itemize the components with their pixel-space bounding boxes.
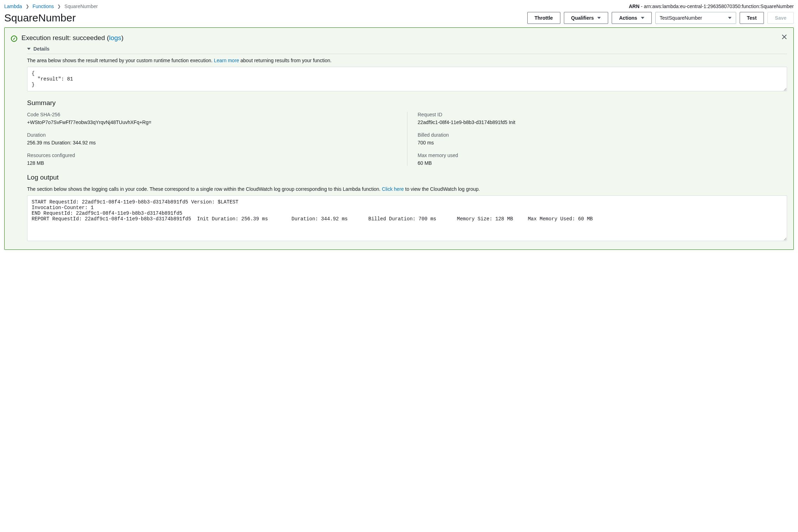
chevron-down-icon: [641, 17, 644, 19]
test-event-select[interactable]: TestSquareNumber: [655, 12, 736, 24]
actions-dropdown[interactable]: Actions: [612, 12, 651, 24]
cloudwatch-link[interactable]: Click here: [382, 186, 404, 192]
arn-value: arn:aws:lambda:eu-central-1:296358070350…: [644, 4, 794, 9]
summary-grid: Code SHA-256 +WStoP7o7SvFwFf77eobw33qYrq…: [27, 112, 787, 166]
page-title: SquareNumber: [4, 12, 76, 24]
test-event-value: TestSquareNumber: [660, 15, 702, 21]
save-button[interactable]: Save: [767, 12, 794, 24]
close-icon: [781, 34, 787, 40]
success-icon: ✓: [11, 35, 17, 42]
action-bar: Throttle Qualifiers Actions TestSquareNu…: [527, 12, 794, 24]
result-payload[interactable]: { "result": 81 }: [27, 67, 787, 91]
chevron-down-icon: [27, 48, 31, 50]
breadcrumb-lambda[interactable]: Lambda: [4, 4, 22, 9]
summary-label: Max memory used: [418, 153, 787, 158]
execution-result-title: Execution result: succeeded (logs): [21, 34, 123, 42]
chevron-right-icon: ❯: [26, 4, 29, 9]
log-output-heading: Log output: [27, 174, 787, 181]
summary-value: 256.39 ms Duration: 344.92 ms: [27, 140, 404, 145]
actions-label: Actions: [619, 15, 637, 21]
summary-value: 700 ms: [418, 140, 787, 145]
summary-label: Billed duration: [418, 132, 787, 138]
summary-label: Resources configured: [27, 153, 404, 158]
qualifiers-label: Qualifiers: [571, 15, 594, 21]
execution-result-panel: ✓ Execution result: succeeded (logs) Det…: [4, 27, 794, 250]
qualifiers-dropdown[interactable]: Qualifiers: [564, 12, 609, 24]
breadcrumb-current: SquareNumber: [64, 4, 98, 9]
chevron-right-icon: ❯: [57, 4, 61, 9]
summary-label: Duration: [27, 132, 404, 138]
result-description: The area below shows the result returned…: [27, 58, 787, 63]
throttle-button[interactable]: Throttle: [527, 12, 560, 24]
summary-heading: Summary: [27, 99, 787, 107]
close-button[interactable]: [780, 33, 789, 41]
summary-request-id: Request ID 22adf9c1-08f4-11e9-b8b3-d3174…: [418, 112, 787, 125]
details-label: Details: [33, 46, 50, 52]
chevron-down-icon: [728, 17, 732, 19]
summary-duration: Duration 256.39 ms Duration: 344.92 ms: [27, 132, 404, 145]
summary-value: 128 MB: [27, 160, 404, 166]
breadcrumb: Lambda ❯ Functions ❯ SquareNumber: [4, 4, 98, 9]
summary-code-sha: Code SHA-256 +WStoP7o7SvFwFf77eobw33qYrq…: [27, 112, 404, 125]
arn-display: ARN - arn:aws:lambda:eu-central-1:296358…: [629, 4, 794, 9]
summary-max-memory: Max memory used 60 MB: [418, 153, 787, 166]
test-button[interactable]: Test: [740, 12, 764, 24]
chevron-down-icon: [597, 17, 601, 19]
learn-more-link[interactable]: Learn more: [214, 58, 239, 63]
logs-link[interactable]: logs: [109, 34, 121, 41]
summary-resources: Resources configured 128 MB: [27, 153, 404, 166]
log-description: The section below shows the logging call…: [27, 186, 787, 192]
details-toggle[interactable]: Details: [27, 46, 787, 54]
arn-label: ARN: [629, 4, 639, 9]
summary-billed: Billed duration 700 ms: [418, 132, 787, 145]
breadcrumb-functions[interactable]: Functions: [33, 4, 54, 9]
log-output[interactable]: START RequestId: 22adf9c1-08f4-11e9-b8b3…: [27, 195, 787, 241]
summary-value: +WStoP7o7SvFwFf77eobw33qYrqvNj48TUuvhXFq…: [27, 119, 404, 125]
summary-value: 60 MB: [418, 160, 787, 166]
summary-label: Code SHA-256: [27, 112, 404, 117]
summary-value: 22adf9c1-08f4-11e9-b8b3-d3174b891fd5 Ini…: [418, 119, 787, 125]
summary-label: Request ID: [418, 112, 787, 117]
